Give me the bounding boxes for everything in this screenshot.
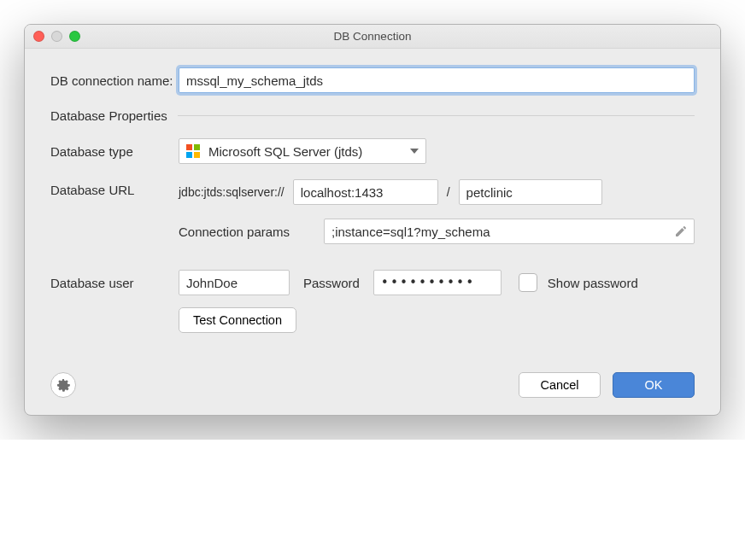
url-separator: /: [447, 185, 450, 199]
database-type-label: Database type: [50, 144, 179, 159]
gear-icon: [56, 377, 71, 393]
database-url-label: Database URL: [50, 183, 179, 197]
show-password-checkbox[interactable]: [519, 273, 537, 292]
database-type-select[interactable]: Microsoft SQL Server (jtds): [179, 138, 426, 164]
window-controls: [33, 31, 80, 42]
password-input[interactable]: [373, 270, 502, 295]
connection-name-input[interactable]: [179, 67, 695, 93]
connection-name-label: DB connection name:: [50, 73, 179, 88]
section-divider: [178, 115, 695, 116]
titlebar: DB Connection: [25, 25, 720, 49]
test-connection-button[interactable]: Test Connection: [179, 307, 296, 333]
database-name-input[interactable]: [459, 179, 602, 205]
ok-button[interactable]: OK: [613, 372, 695, 398]
jdbc-url-prefix: jdbc:jtds:sqlserver://: [179, 185, 285, 199]
close-window-button[interactable]: [33, 31, 44, 42]
dialog-window: DB Connection DB connection name: Databa…: [24, 24, 721, 416]
chevron-down-icon: [410, 149, 419, 154]
password-label: Password: [303, 276, 360, 290]
show-password-label: Show password: [548, 276, 638, 290]
zoom-window-button[interactable]: [69, 31, 80, 42]
database-properties-header: Database Properties: [50, 108, 695, 123]
settings-button[interactable]: [50, 372, 76, 398]
window-title: DB Connection: [334, 30, 412, 43]
database-user-input[interactable]: [179, 270, 290, 295]
cancel-button[interactable]: Cancel: [519, 372, 601, 398]
database-user-label: Database user: [50, 276, 168, 290]
minimize-window-button[interactable]: [51, 31, 62, 42]
host-port-input[interactable]: [293, 179, 438, 205]
microsoft-logo-icon: [186, 144, 200, 158]
section-label: Database Properties: [50, 108, 167, 123]
database-type-value: Microsoft SQL Server (jtds): [208, 144, 362, 159]
connection-params-input[interactable]: [324, 219, 695, 244]
edit-params-icon[interactable]: [674, 225, 688, 238]
dialog-content: DB connection name: Database Properties …: [25, 49, 720, 415]
connection-params-label: Connection params: [179, 225, 312, 239]
